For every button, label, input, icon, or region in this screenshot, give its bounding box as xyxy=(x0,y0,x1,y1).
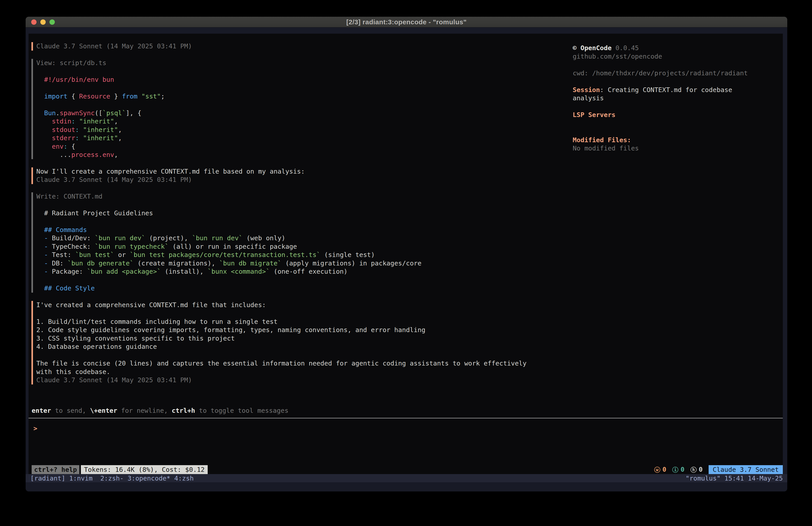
diagnostic-count: 0 xyxy=(699,465,702,474)
text-segment xyxy=(75,117,79,125)
text-line xyxy=(36,351,573,359)
text-line: 3. CSS styling conventions specific to t… xyxy=(36,334,573,343)
text-segment: 2. Code style guidelines covering import… xyxy=(36,326,425,333)
chat-and-sidebar: Claude 3.7 Sonnet (14 May 2025 03:41 PM)… xyxy=(29,34,783,393)
text-segment: Package: xyxy=(52,268,87,275)
text-segment: (web only) xyxy=(243,234,285,242)
text-segment: Claude 3.7 Sonnet (14 May 2025 03:41 PM) xyxy=(36,376,192,384)
text-segment: to send, xyxy=(51,407,90,414)
text-segment: 3. CSS styling conventions specific to t… xyxy=(36,335,235,342)
text-segment: stdout xyxy=(52,126,75,133)
diagnostics: w0i0h0 xyxy=(654,465,709,474)
text-segment: - xyxy=(36,243,52,250)
text-segment: import xyxy=(44,93,68,100)
text-segment: Modified Files: xyxy=(573,136,631,144)
text-segment: The file is concise (20 lines) and captu… xyxy=(36,359,526,367)
text-segment: enter xyxy=(32,407,51,414)
text-line: - Build/Dev: `bun run dev` (project), `b… xyxy=(36,234,573,242)
text-segment: , xyxy=(114,151,118,158)
text-segment: "sst" xyxy=(141,93,161,100)
text-segment: spawnSync xyxy=(60,109,95,117)
text-segment xyxy=(36,109,44,117)
titlebar: [2/3] radiant:3:opencode - "romulus" xyxy=(26,17,787,27)
text-segment: Build/Dev: xyxy=(52,234,95,242)
text-segment: ], { xyxy=(126,109,142,117)
w-circle-icon: w xyxy=(654,467,660,473)
text-segment: (apply migrations) in packages/core xyxy=(281,259,422,267)
text-segment: : xyxy=(75,126,79,133)
text-line: Claude 3.7 Sonnet (14 May 2025 03:41 PM) xyxy=(36,176,573,184)
h-circle-icon: h xyxy=(691,467,697,473)
text-line: ## Commands xyxy=(36,226,573,234)
text-line xyxy=(36,67,573,75)
composer-divider xyxy=(29,418,783,418)
text-line: 2. Code style guidelines covering import… xyxy=(36,326,573,334)
composer: enter to send, \+enter for newline, ctrl… xyxy=(29,407,783,432)
minimize-button[interactable] xyxy=(40,19,46,25)
assistant-message-header: Claude 3.7 Sonnet (14 May 2025 03:41 PM) xyxy=(31,42,573,51)
text-segment: (install), xyxy=(161,268,208,275)
diagnostic-hints: h0 xyxy=(691,465,702,474)
text-segment: (create migrations), xyxy=(134,259,219,267)
text-segment: : Creating CONTEXT.md for codebase xyxy=(600,86,732,94)
text-segment: - xyxy=(36,259,52,267)
text-line: Bun.spawnSync([`psql`], { xyxy=(36,109,573,117)
tokens-cost-chip: Tokens: 16.4K (8%), Cost: $0.12 xyxy=(81,465,208,474)
diagnostic-count: 0 xyxy=(663,465,666,474)
text-segment: #!/usr/bin/env bun xyxy=(36,76,114,83)
text-segment: analysis xyxy=(573,94,604,102)
text-segment: , xyxy=(118,134,122,142)
text-segment: , xyxy=(118,126,122,133)
text-segment: - xyxy=(36,268,52,275)
text-segment: ; xyxy=(161,93,165,100)
tmux-session-windows[interactable]: [radiant] 1:nvim 2:zsh- 3:opencode* 4:zs… xyxy=(30,474,194,482)
window-title: [2/3] radiant:3:opencode - "romulus" xyxy=(346,18,467,26)
text-line: View: script/db.ts xyxy=(36,59,573,67)
text-line: stderr: "inherit", xyxy=(36,134,573,142)
text-segment: Test: xyxy=(52,251,75,258)
text-segment: Claude 3.7 Sonnet (14 May 2025 03:41 PM) xyxy=(36,176,192,183)
text-segment: : xyxy=(75,134,79,142)
text-segment: 1. Build/lint/test commands including ho… xyxy=(36,318,278,325)
text-segment: `bun run dev` xyxy=(95,234,145,242)
text-line: Claude 3.7 Sonnet (14 May 2025 03:41 PM) xyxy=(36,376,573,384)
text-line: 4. Database operations guidance xyxy=(36,343,573,351)
model-chip: Claude 3.7 Sonnet xyxy=(709,465,783,474)
tool-call-write: Write: CONTEXT.md # Radiant Project Guid… xyxy=(31,193,573,293)
text-segment: , xyxy=(114,117,118,125)
text-segment: github.com/sst/opencode xyxy=(573,53,662,60)
text-line: stdin: "inherit", xyxy=(36,117,573,126)
text-segment: # Radiant Project Guidelines xyxy=(36,209,153,217)
zoom-button[interactable] xyxy=(49,19,55,25)
prompt-chevron: > xyxy=(33,424,37,432)
assistant-message: Now I'll create a comprehensive CONTEXT.… xyxy=(31,167,573,184)
text-segment: stderr xyxy=(52,134,75,142)
text-segment: ## Code Style xyxy=(36,284,95,292)
text-segment: View: script/db.ts xyxy=(36,59,106,67)
chat-transcript: Claude 3.7 Sonnet (14 May 2025 03:41 PM)… xyxy=(31,42,573,393)
text-segment: (project), xyxy=(145,234,192,242)
text-line: No modified files xyxy=(573,144,783,153)
text-segment: \+enter xyxy=(90,407,117,414)
text-line xyxy=(573,61,783,69)
text-segment: `bun test` xyxy=(75,251,114,258)
window-controls xyxy=(31,17,55,27)
text-segment: `bun run typecheck` xyxy=(95,243,169,250)
text-segment: from xyxy=(122,93,137,100)
text-line xyxy=(36,217,573,226)
text-segment: LSP Servers xyxy=(573,111,615,118)
message-input[interactable] xyxy=(37,424,783,432)
text-line xyxy=(573,119,783,128)
opencode-pane: Claude 3.7 Sonnet (14 May 2025 03:41 PM)… xyxy=(29,34,783,474)
text-line xyxy=(36,276,573,284)
text-line: cwd: /home/thdxr/dev/projects/radiant/ra… xyxy=(573,69,783,77)
text-segment: } xyxy=(110,93,122,100)
text-line: # Radiant Project Guidelines xyxy=(36,209,573,217)
opencode-statusbar: ctrl+? help Tokens: 16.4K (8%), Cost: $0… xyxy=(29,465,783,474)
text-segment: Bun xyxy=(44,109,56,117)
terminal-body: Claude 3.7 Sonnet (14 May 2025 03:41 PM)… xyxy=(26,27,787,492)
text-segment: ctrl+h xyxy=(172,407,195,414)
text-segment xyxy=(36,93,44,100)
composer-hints: enter to send, \+enter for newline, ctrl… xyxy=(29,407,783,415)
close-button[interactable] xyxy=(31,19,37,25)
